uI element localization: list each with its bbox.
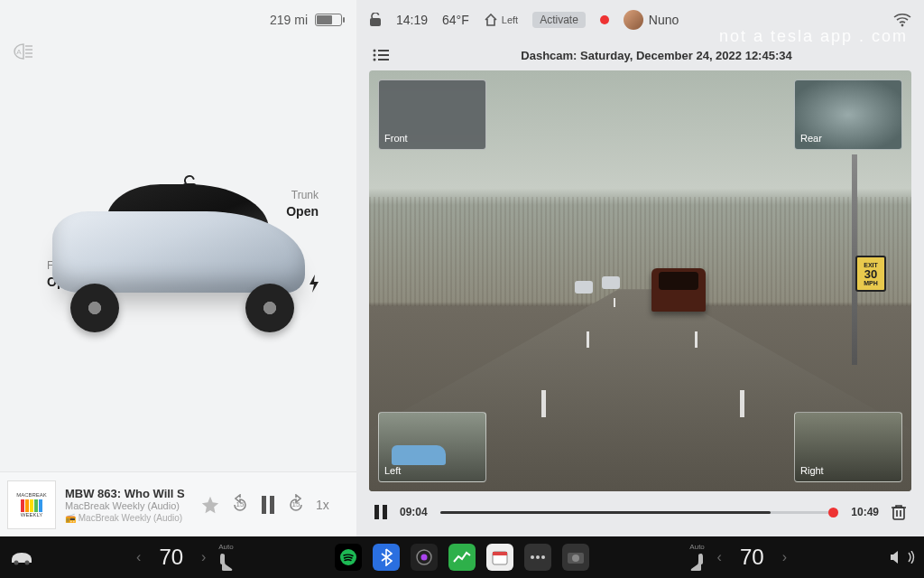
track-title: MBW 863: Who Will S (65, 487, 191, 500)
vehicle-panel: 219 mi A Trunk Open Frunk Open (0, 0, 356, 536)
recording-indicator-icon[interactable] (600, 15, 609, 24)
road-sign: EXIT 30 MPH (855, 256, 886, 292)
battery-icon (315, 14, 342, 26)
app-calendar[interactable] (486, 544, 513, 571)
svg-point-19 (14, 561, 19, 565)
svg-rect-7 (270, 496, 274, 514)
app-more[interactable] (524, 544, 551, 571)
car-controls-button[interactable] (9, 549, 34, 565)
playback-speed[interactable]: 1x (316, 498, 329, 512)
timeline-scrubber[interactable] (440, 511, 839, 514)
volume-button[interactable] (889, 549, 915, 565)
app-spotify[interactable] (335, 544, 362, 571)
profile-button[interactable]: Nuno (624, 10, 679, 30)
video-pause-button[interactable] (374, 505, 387, 519)
right-temp-down[interactable]: ‹ (712, 549, 727, 565)
svg-point-12 (374, 54, 376, 57)
dashcam-title: Dashcam: Saturday, December 24, 2022 12:… (405, 49, 908, 62)
skip-forward-button[interactable]: 15 (285, 494, 307, 516)
left-seat-heat[interactable]: Auto (217, 543, 235, 572)
right-seat-heat[interactable]: Auto (688, 543, 707, 572)
svg-point-26 (531, 555, 534, 559)
homelink-button[interactable]: Left (484, 14, 518, 26)
left-temp-down[interactable]: ‹ (131, 549, 146, 565)
track-subtitle: MacBreak Weekly (Audio) (65, 500, 191, 511)
svg-point-20 (25, 561, 30, 565)
right-temp[interactable]: 70 (733, 545, 772, 570)
skip-back-button[interactable]: 15 (229, 494, 251, 516)
vehicle-render (43, 175, 314, 329)
svg-point-30 (572, 555, 579, 562)
bottom-dock: ‹ 70 › Auto Auto ‹ 70 › (0, 536, 924, 578)
svg-point-14 (374, 59, 376, 61)
svg-rect-18 (893, 508, 904, 519)
app-energy[interactable] (448, 544, 476, 571)
dashcam-panel: 14:19 64°F Left Activate Nuno not a tesl… (356, 0, 924, 536)
app-camera[interactable] (562, 544, 589, 571)
camera-rear-thumb[interactable]: Rear (794, 79, 902, 150)
album-art[interactable]: MACBREAK WEEKLY (7, 480, 56, 529)
lock-status-icon[interactable] (369, 13, 382, 27)
playback-position: 09:04 (400, 506, 428, 518)
svg-point-28 (541, 555, 545, 559)
svg-rect-6 (262, 496, 266, 514)
svg-rect-15 (378, 59, 389, 61)
camera-front-thumb[interactable]: Front (378, 79, 486, 150)
activate-button[interactable]: Activate (532, 12, 586, 28)
range-value: 219 mi (270, 13, 308, 27)
status-bar: 14:19 64°F Left Activate Nuno (356, 0, 924, 40)
clips-list-button[interactable] (373, 49, 389, 61)
dashcam-video[interactable]: EXIT 30 MPH Front Rear Left Right (369, 70, 911, 491)
svg-rect-16 (374, 505, 379, 519)
right-temp-up[interactable]: › (777, 549, 792, 565)
delete-clip-button[interactable] (892, 504, 906, 520)
camera-left-thumb[interactable]: Left (378, 412, 486, 482)
svg-point-9 (901, 24, 904, 27)
clock: 14:19 (396, 13, 428, 27)
playback-duration: 10:49 (851, 506, 879, 518)
svg-point-23 (420, 555, 427, 561)
svg-rect-8 (370, 18, 381, 26)
pause-button[interactable] (260, 496, 276, 514)
camera-right-thumb[interactable]: Right (794, 412, 902, 482)
left-temp[interactable]: 70 (152, 545, 190, 570)
left-temp-up[interactable]: › (196, 549, 211, 565)
media-player: MACBREAK WEEKLY MBW 863: Who Will S MacB… (0, 471, 356, 536)
avatar (624, 10, 643, 30)
svg-rect-11 (378, 50, 389, 51)
svg-rect-13 (378, 54, 389, 56)
favorite-button[interactable] (200, 495, 220, 515)
outside-temp[interactable]: 64°F (442, 13, 469, 27)
app-dashcam[interactable] (411, 544, 438, 571)
wifi-icon[interactable] (893, 13, 911, 27)
svg-rect-25 (493, 552, 507, 555)
media-info[interactable]: MBW 863: Who Will S MacBreak Weekly (Aud… (65, 487, 191, 523)
app-bluetooth[interactable] (373, 544, 400, 571)
svg-point-27 (536, 555, 540, 559)
svg-point-10 (374, 50, 376, 52)
svg-rect-17 (383, 505, 387, 519)
playback-controls: 09:04 10:49 (356, 491, 924, 536)
track-source: 📻 MacBreak Weekly (Audio) (65, 513, 191, 523)
